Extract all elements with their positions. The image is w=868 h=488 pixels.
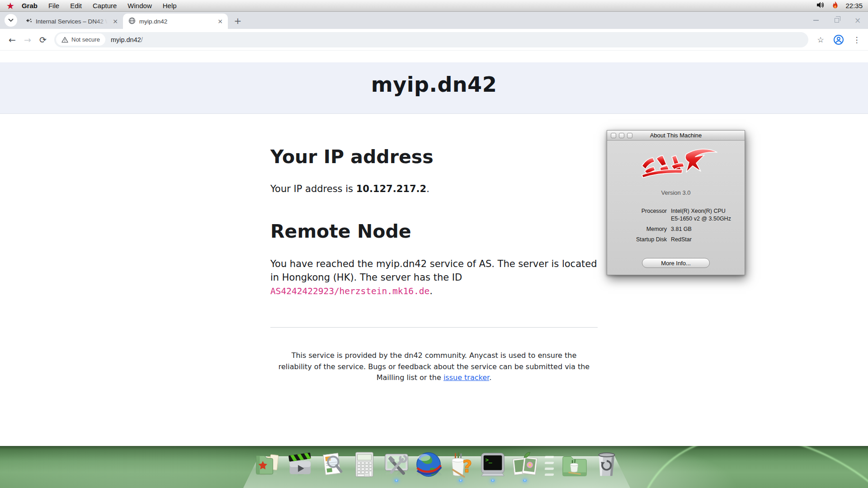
about-window-body: Version 3.0 Processor Intel(R) Xeon(R) C… [607,141,745,275]
spec-value: RedStar [671,234,739,243]
dock-terminal-icon[interactable]: >_ [479,450,507,479]
dock-trash-icon[interactable] [593,450,621,479]
dock-photo-viewer-icon[interactable] [511,450,539,479]
svg-text:?: ? [462,457,472,476]
clock: 22:35 [845,2,863,9]
forward-button[interactable]: → [20,32,35,47]
reload-button[interactable]: ⟳ [35,32,51,47]
os-version: Version 3.0 [607,189,745,196]
minimize-icon [813,20,819,21]
spec-label: Startup Disk [613,234,667,243]
spec-value: Intel(R) Xeon(R) CPU [671,208,739,214]
running-indicator [523,479,527,482]
dock-system-tools-icon[interactable] [382,450,410,479]
menu-edit[interactable]: Edit [65,2,87,9]
svg-text:>_: >_ [486,456,493,464]
dock-calculator-icon[interactable] [350,450,378,479]
spec-value: E5-1650 v2 @ 3.50GHz [671,216,739,222]
minimize-button[interactable] [809,14,823,27]
tab-close-icon[interactable]: × [216,17,224,25]
page-title: myip.dn42 [371,72,497,97]
volume-icon[interactable] [816,1,825,10]
page-banner: myip.dn42 [0,62,868,114]
about-this-machine-window[interactable]: About This Machine Version 3.0 Processor [607,130,745,275]
remote-node-text: You have reached the myip.dn42 service o… [270,257,598,298]
remote-node-heading: Remote Node [270,222,598,241]
restore-button[interactable] [830,14,844,27]
spec-label: Memory [613,223,667,232]
dock-file-manager-icon[interactable] [254,450,282,479]
profile-avatar-icon[interactable] [832,33,845,47]
bookmark-star-icon[interactable]: ☆ [814,33,827,47]
dock-utilities-folder-icon[interactable] [561,450,589,479]
about-title-bar[interactable]: About This Machine [607,131,745,141]
security-label: Not secure [71,36,100,43]
dock-help-icon[interactable]: ? [447,450,475,479]
menu-file[interactable]: File [43,2,65,9]
spec-label [613,216,667,222]
window-controls: × [809,12,864,29]
menu-capture[interactable]: Capture [87,2,122,9]
tab-favicon-globe [128,17,136,26]
toolbar-right: ☆ ⋮ [814,33,863,47]
spec-label: Processor [613,208,667,214]
spec-value: 3.81 GB [671,223,739,232]
tab-favicon-dn42 [25,17,32,25]
issue-tracker-link[interactable]: issue tracker [443,373,489,382]
tab-strip: Internal Services – DN42 Wi × myip.dn42 … [0,12,868,29]
dock-separator [543,453,557,479]
ip-address-value: 10.127.217.2 [356,183,426,194]
browser-menu-icon[interactable]: ⋮ [850,33,863,47]
page-footer: This service is provided by the dn42 com… [278,350,590,384]
main-content: Your IP address Your IP address is 10.12… [270,147,598,328]
tab-close-icon[interactable]: × [111,17,119,25]
flame-tray-icon[interactable] [832,1,838,10]
menu-app-grab[interactable]: Grab [19,2,43,9]
running-indicator [459,479,462,482]
dock-web-browser-icon[interactable] [415,450,443,479]
tab-myip-dn42[interactable]: myip.dn42 × [123,14,228,29]
new-tab-button[interactable]: + [231,14,244,27]
warning-icon [61,37,68,43]
dock-document-viewer-icon[interactable] [318,450,346,479]
security-chip[interactable]: Not secure [56,33,105,46]
menu-help[interactable]: Help [157,2,182,9]
red-star-icon[interactable]: ★ [6,1,14,10]
restore-icon [835,18,839,23]
menu-window[interactable]: Window [122,2,157,9]
url-text: myip.dn42/ [111,36,143,43]
machine-specs: Processor Intel(R) Xeon(R) CPU E5-1650 v… [613,208,739,243]
tab-search-button[interactable] [5,14,17,27]
ip-line: Your IP address is 10.127.217.2. [270,182,598,196]
dock: ? >_ [254,450,621,479]
more-info-button[interactable]: More Info... [642,258,710,268]
address-bar[interactable]: Not secure myip.dn42/ [54,32,808,47]
running-indicator [491,479,495,482]
tab-title: Internal Services – DN42 Wi [36,18,108,25]
chevron-down-icon [8,19,14,22]
close-button[interactable]: × [851,14,864,27]
back-button[interactable]: ← [5,32,20,47]
dock-media-player-icon[interactable] [286,450,314,479]
browser-toolbar: ← → ⟳ Not secure myip.dn42/ ☆ ⋮ [0,29,868,51]
menu-bar: ★ Grab File Edit Capture Window Help 22:… [0,0,868,12]
ip-heading: Your IP address [270,147,598,167]
tab-internal-services[interactable]: Internal Services – DN42 Wi × [20,14,123,29]
redstar-logo [628,145,723,184]
divider [270,327,598,328]
tab-title: myip.dn42 [139,18,212,25]
server-id-value: AS4242422923/herzstein.mk16.de [270,286,429,296]
running-indicator [395,479,398,482]
about-window-title: About This Machine [607,132,745,139]
